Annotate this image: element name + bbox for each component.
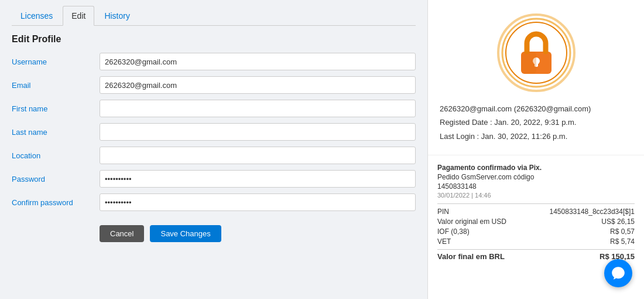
profile-section: 2626320@gmail.com (2626320@gmail.com) Re… [428,0,644,155]
receipt-vet-row: VET R$ 5,74 [437,237,635,246]
password-input[interactable] [100,170,416,188]
receipt-total-label: Valor final em BRL [437,252,505,261]
firstname-input[interactable] [100,100,416,117]
lastname-input[interactable] [100,123,416,141]
username-row: Username [12,53,416,70]
receipt-pin-row: PIN 1450833148_8cc23d34[$]1 [437,208,635,216]
profile-last-login: Last Login : Jan. 30, 2022, 11:26 p.m. [440,130,632,143]
receipt-usd-label: Valor original em USD [437,218,506,226]
lastname-label: Last name [12,128,100,137]
profile-info: 2626320@gmail.com (2626320@gmail.com) Re… [440,102,632,143]
avatar [495,12,577,94]
email-row: Email [12,76,416,94]
password-row: Password [12,170,416,188]
cancel-button[interactable]: Cancel [100,225,144,242]
location-row: Location [12,147,416,164]
page-title: Edit Profile [12,34,416,45]
tabs-bar: Licenses Edit History [12,6,416,26]
receipt-usd-row: Valor original em USD US$ 26,15 [437,218,635,226]
password-label: Password [12,175,100,184]
receipt-divider-1 [437,203,635,204]
receipt-pin-value: 1450833148_8cc23d34[$]1 [550,208,635,216]
right-panel: 2626320@gmail.com (2626320@gmail.com) Re… [427,0,644,299]
receipt-iof-label: IOF (0,38) [437,227,470,236]
receipt-iof-value: R$ 0,57 [610,227,635,236]
tab-licenses[interactable]: Licenses [12,6,61,25]
location-input[interactable] [100,147,416,164]
receipt-order: 1450833148 [437,182,635,191]
svg-rect-7 [521,52,536,74]
button-row: Cancel Save Changes [100,225,416,242]
receipt-section: Pagamento confirmado via Pix. Pedido Gsm… [428,155,644,269]
receipt-vet-value: R$ 5,74 [610,237,635,246]
receipt-total-row: Valor final em BRL R$ 150,15 [437,249,635,261]
profile-email: 2626320@gmail.com (2626320@gmail.com) [440,102,632,115]
location-label: Location [12,151,100,160]
profile-registered: Registed Date : Jan. 20, 2022, 9:31 p.m. [440,115,632,129]
receipt-iof-row: IOF (0,38) R$ 0,57 [437,227,635,236]
save-button[interactable]: Save Changes [150,225,221,242]
receipt-usd-value: US$ 26,15 [601,218,635,226]
username-label: Username [12,57,100,66]
receipt-pin-label: PIN [437,208,449,216]
confirm-password-row: Confirm password [12,193,416,211]
main-container: Licenses Edit History Edit Profile Usern… [0,0,644,299]
firstname-label: First name [12,104,100,113]
lastname-row: Last name [12,123,416,141]
left-panel: Licenses Edit History Edit Profile Usern… [0,0,427,299]
tab-edit[interactable]: Edit [63,6,94,26]
email-label: Email [12,81,100,90]
firstname-row: First name [12,100,416,117]
receipt-date: 30/01/2022 | 14:46 [437,192,635,199]
email-input[interactable] [100,76,416,94]
chat-button[interactable] [604,259,632,287]
confirm-password-label: Confirm password [12,198,100,207]
receipt-subheader: Pedido GsmServer.com código [437,173,635,181]
receipt-header: Pagamento confirmado via Pix. [437,164,635,172]
username-input[interactable] [100,53,416,70]
tab-history[interactable]: History [95,6,139,25]
receipt-vet-label: VET [437,237,451,246]
confirm-password-input[interactable] [100,193,416,211]
